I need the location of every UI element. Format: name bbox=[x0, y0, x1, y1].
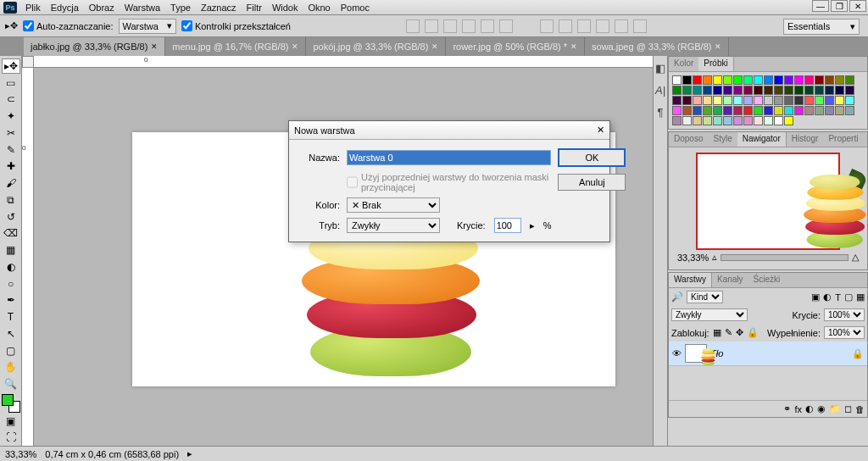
restore-button[interactable]: ❐ bbox=[831, 0, 848, 12]
swatch[interactable] bbox=[723, 75, 732, 85]
swatch[interactable] bbox=[693, 106, 702, 115]
cancel-button[interactable]: Anuluj bbox=[558, 174, 626, 191]
close-button[interactable]: ✕ bbox=[849, 0, 866, 12]
swatch[interactable] bbox=[723, 106, 732, 115]
swatch[interactable] bbox=[845, 75, 854, 85]
menu-plik[interactable]: Plik bbox=[25, 3, 41, 13]
lasso-tool[interactable]: ⊂ bbox=[2, 92, 20, 108]
mask-icon[interactable]: ◐ bbox=[805, 403, 814, 414]
status-zoom[interactable]: 33,33% bbox=[5, 449, 36, 459]
swatch[interactable] bbox=[764, 106, 773, 115]
swatch[interactable] bbox=[713, 106, 722, 115]
color-chips[interactable] bbox=[2, 394, 20, 413]
swatch[interactable] bbox=[774, 106, 783, 115]
swatch[interactable] bbox=[815, 75, 824, 85]
swatch[interactable] bbox=[682, 96, 692, 105]
swatch[interactable] bbox=[815, 106, 824, 115]
swatch[interactable] bbox=[804, 96, 814, 105]
filter-adjust-icon[interactable]: ◐ bbox=[823, 292, 832, 303]
eraser-tool[interactable]: ⌫ bbox=[2, 226, 20, 242]
swatch[interactable] bbox=[733, 75, 743, 85]
distribute-icon[interactable] bbox=[596, 19, 609, 33]
lock-position-icon[interactable]: ✎ bbox=[725, 327, 732, 338]
swatch[interactable] bbox=[764, 75, 773, 85]
doc-tab-rower[interactable]: rower.jpg @ 50% (RGB/8) *✕ bbox=[446, 37, 585, 56]
swatch[interactable] bbox=[754, 75, 763, 85]
swatch[interactable] bbox=[743, 75, 753, 85]
swatch[interactable] bbox=[774, 75, 783, 85]
swatch[interactable] bbox=[754, 96, 763, 105]
swatch[interactable] bbox=[804, 75, 814, 85]
lock-all-icon[interactable]: ✥ bbox=[736, 327, 743, 338]
path-tool[interactable]: ↖ bbox=[2, 326, 20, 342]
tab-histogram[interactable]: Histogr bbox=[787, 132, 824, 147]
swatch[interactable] bbox=[672, 75, 682, 85]
swatch[interactable] bbox=[733, 116, 743, 125]
shape-tool[interactable]: ▢ bbox=[2, 343, 20, 358]
tab-style[interactable]: Style bbox=[708, 132, 737, 147]
menu-type[interactable]: Type bbox=[170, 3, 191, 13]
swatch[interactable] bbox=[693, 75, 702, 85]
opacity-select[interactable]: 100% bbox=[824, 308, 865, 321]
zoom-in-icon[interactable]: △ bbox=[852, 252, 859, 263]
tab-doposo[interactable]: Doposo bbox=[669, 132, 708, 147]
swatch[interactable] bbox=[703, 75, 712, 85]
navigator-zoom-value[interactable]: 33,33% bbox=[677, 253, 709, 263]
swatch[interactable] bbox=[733, 96, 743, 105]
layer-filter-kind[interactable]: Kind bbox=[687, 291, 723, 303]
swatch[interactable] bbox=[845, 106, 854, 115]
menu-okno[interactable]: Okno bbox=[308, 3, 330, 13]
swatch[interactable] bbox=[672, 116, 682, 125]
swatch[interactable] bbox=[703, 116, 712, 125]
swatch[interactable] bbox=[723, 86, 732, 95]
swatch[interactable] bbox=[682, 106, 692, 115]
swatch[interactable] bbox=[784, 106, 793, 115]
layer-thumbnail[interactable] bbox=[685, 344, 707, 363]
swatch[interactable] bbox=[693, 86, 702, 95]
swatch[interactable] bbox=[794, 96, 804, 105]
swatch[interactable] bbox=[774, 96, 783, 105]
swatch[interactable] bbox=[764, 116, 773, 125]
align-top-icon[interactable] bbox=[462, 19, 476, 33]
align-center-h-icon[interactable] bbox=[425, 19, 438, 33]
type-tool[interactable]: T bbox=[2, 309, 20, 325]
char-panel-icon[interactable]: A| bbox=[654, 81, 666, 98]
swatch[interactable] bbox=[754, 86, 763, 95]
history-brush-tool[interactable]: ↺ bbox=[2, 209, 20, 225]
swatch[interactable] bbox=[754, 106, 763, 115]
swatch[interactable] bbox=[703, 106, 712, 115]
align-bottom-icon[interactable] bbox=[499, 19, 513, 33]
tab-warstwy[interactable]: Warstwy bbox=[669, 273, 712, 287]
blur-tool[interactable]: ◐ bbox=[2, 259, 20, 275]
tab-nawigator[interactable]: Nawigator bbox=[737, 132, 787, 147]
swatch[interactable] bbox=[703, 86, 712, 95]
tab-kolor[interactable]: Kolor bbox=[669, 57, 698, 71]
swatch[interactable] bbox=[733, 86, 743, 95]
menu-widok[interactable]: Widok bbox=[272, 3, 298, 13]
close-icon[interactable]: ✕ bbox=[151, 42, 158, 51]
para-panel-icon[interactable]: ¶ bbox=[654, 103, 666, 120]
menu-warstwa[interactable]: Warstwa bbox=[125, 3, 160, 13]
screenmode-tool[interactable]: ⛶ bbox=[2, 430, 20, 445]
swatch[interactable] bbox=[713, 86, 722, 95]
distribute-icon[interactable] bbox=[540, 19, 554, 33]
layer-name-input[interactable] bbox=[347, 150, 551, 165]
distribute-icon[interactable] bbox=[633, 19, 647, 33]
eyedropper-tool[interactable]: ✎ bbox=[2, 142, 20, 158]
swatch[interactable] bbox=[815, 96, 824, 105]
zoom-out-icon[interactable]: ▵ bbox=[712, 252, 717, 263]
swatch[interactable] bbox=[835, 86, 844, 95]
swatch[interactable] bbox=[774, 86, 783, 95]
mode-select[interactable]: Zwykły bbox=[347, 218, 440, 233]
swatch[interactable] bbox=[804, 106, 814, 115]
adjustment-icon[interactable]: ◉ bbox=[817, 403, 826, 414]
menu-pomoc[interactable]: Pomoc bbox=[341, 3, 370, 13]
color-select[interactable]: ✕ Brak bbox=[347, 197, 440, 213]
swatch[interactable] bbox=[764, 96, 773, 105]
swatch[interactable] bbox=[743, 116, 753, 125]
zoom-slider[interactable] bbox=[721, 254, 849, 261]
swatch[interactable] bbox=[794, 75, 804, 85]
marquee-tool[interactable]: ▭ bbox=[2, 75, 20, 91]
swatch[interactable] bbox=[794, 86, 804, 95]
filter-type-icon[interactable]: T bbox=[835, 292, 841, 303]
